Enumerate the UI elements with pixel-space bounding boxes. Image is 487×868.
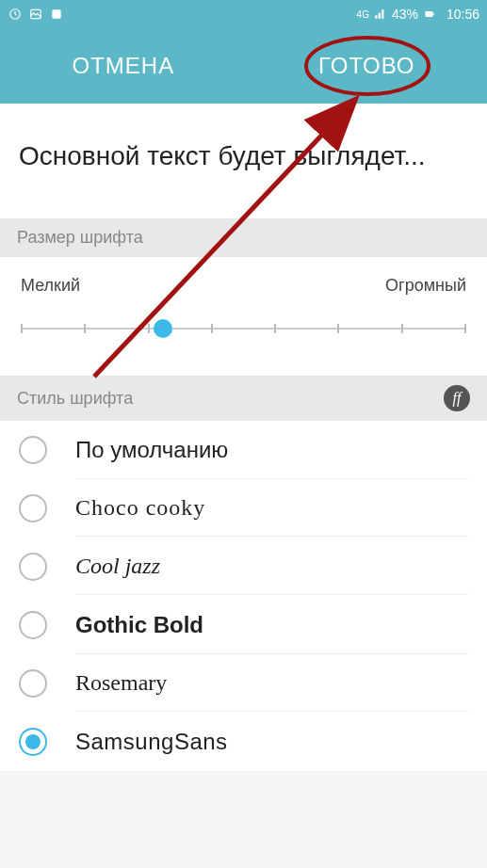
svg-rect-4 <box>432 13 433 15</box>
battery-icon <box>422 7 437 22</box>
app-icon <box>49 7 64 22</box>
font-size-slider[interactable] <box>21 319 466 338</box>
radio-icon <box>19 494 47 522</box>
font-size-title: Размер шрифта <box>17 228 143 248</box>
font-size-slider-area: Мелкий Огромный <box>0 257 487 376</box>
font-option[interactable]: Rosemary <box>0 654 487 713</box>
radio-icon <box>19 436 47 464</box>
font-size-section-header: Размер шрифта <box>0 218 487 257</box>
radio-icon <box>19 728 47 756</box>
cancel-button[interactable]: ОТМЕНА <box>53 43 193 88</box>
radio-icon <box>19 611 47 639</box>
font-list: По умолчаниюChoco cookyCool jazzGothic B… <box>0 421 487 771</box>
flipfont-icon[interactable]: ff <box>444 385 470 411</box>
font-option[interactable]: SamsungSans <box>0 713 487 771</box>
font-option[interactable]: По умолчанию <box>0 421 487 479</box>
radio-icon <box>19 553 47 581</box>
radio-icon <box>19 669 47 698</box>
slider-min-label: Мелкий <box>21 276 80 296</box>
font-option-label: Cool jazz <box>75 554 468 595</box>
font-option-label: По умолчанию <box>75 437 468 479</box>
font-style-title: Стиль шрифта <box>17 389 133 409</box>
font-option[interactable]: Choco cooky <box>0 479 487 538</box>
font-option[interactable]: Gothic Bold <box>0 596 487 654</box>
clock-icon <box>8 7 23 22</box>
font-option-label: Rosemary <box>75 670 468 712</box>
action-bar: ОТМЕНА ГОТОВО <box>0 28 487 104</box>
font-option[interactable]: Cool jazz <box>0 538 487 596</box>
slider-thumb[interactable] <box>154 319 172 338</box>
status-bar: 4G 43% 10:56 <box>0 0 487 28</box>
network-type-label: 4G <box>357 9 369 20</box>
font-style-section-header: Стиль шрифта ff <box>0 376 487 421</box>
signal-icon <box>373 7 388 22</box>
font-option-label: Gothic Bold <box>75 612 468 654</box>
done-button[interactable]: ГОТОВО <box>300 43 433 88</box>
font-preview-text: Основной текст будет выглядет... <box>0 104 487 218</box>
battery-text: 43% <box>392 7 418 22</box>
slider-max-label: Огромный <box>385 276 466 296</box>
svg-rect-3 <box>425 11 432 17</box>
font-option-label: SamsungSans <box>75 729 468 770</box>
clock-time: 10:56 <box>446 7 479 22</box>
svg-rect-2 <box>52 9 60 18</box>
font-option-label: Choco cooky <box>75 495 468 537</box>
image-icon <box>28 7 43 22</box>
